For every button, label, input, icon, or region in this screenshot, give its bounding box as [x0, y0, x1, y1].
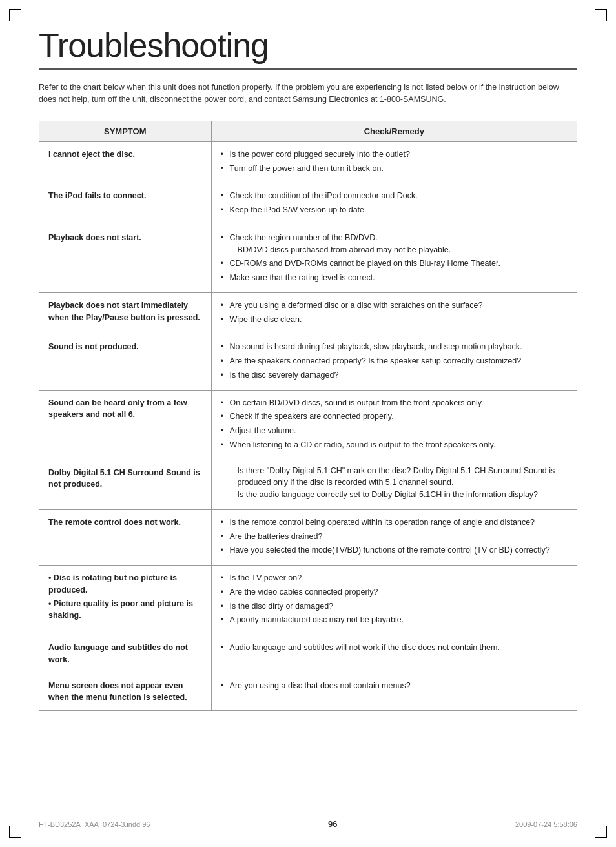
remedy-item: On certain BD/DVD discs, sound is output…: [221, 397, 568, 409]
remedy-item: When listening to a CD or radio, sound i…: [221, 439, 568, 451]
symptom-cell: Dolby Digital 5.1 CH Surround Sound is n…: [39, 460, 212, 509]
remedy-item: No sound is heard during fast playback, …: [221, 341, 568, 353]
page-title: Troubleshooting: [39, 26, 577, 70]
remedy-item: Are you using a deformed disc or a disc …: [221, 300, 568, 312]
remedy-item: Is there "Dolby Digital 5.1 CH" mark on …: [221, 465, 568, 489]
remedy-cell: Check the condition of the iPod connecto…: [211, 183, 577, 225]
corner-mark-br: [595, 826, 607, 838]
remedy-item: BD/DVD discs purchased from abroad may n…: [221, 244, 568, 256]
remedy-item: A poorly manufactured disc may not be pl…: [221, 614, 568, 626]
remedy-item: Is the audio language correctly set to D…: [221, 489, 568, 501]
remedy-item: Are the speakers connected properly? Is …: [221, 355, 568, 367]
remedy-item: Check if the speakers are connected prop…: [221, 411, 568, 423]
table-row: Sound is not produced.No sound is heard …: [39, 334, 577, 390]
remedy-item: Is the power cord plugged securely into …: [221, 148, 568, 161]
remedy-cell: No sound is heard during fast playback, …: [211, 334, 577, 390]
table-row: Sound can be heard only from a few speak…: [39, 390, 577, 460]
table-row: The iPod fails to connect.Check the cond…: [39, 183, 577, 225]
table-row: Playback does not start.Check the region…: [39, 225, 577, 292]
col-symptom-header: SYMPTOM: [39, 121, 212, 141]
remedy-item: Adjust the volume.: [221, 425, 568, 437]
footer-filename: HT-BD3252A_XAA_0724-3.indd 96: [39, 821, 150, 828]
symptom-cell: The iPod fails to connect.: [39, 183, 212, 225]
table-row: Playback does not start immediately when…: [39, 292, 577, 334]
corner-mark-bl: [9, 826, 21, 838]
page-footer: HT-BD3252A_XAA_0724-3.indd 96 96 2009-07…: [39, 819, 577, 829]
symptom-cell: Playback does not start immediately when…: [39, 292, 212, 334]
symptom-cell: Sound can be heard only from a few speak…: [39, 390, 212, 460]
remedy-item: Turn off the power and then turn it back…: [221, 163, 568, 175]
table-row: Menu screen does not appear even when th…: [39, 673, 577, 711]
remedy-cell: Is there "Dolby Digital 5.1 CH" mark on …: [211, 460, 577, 509]
remedy-item: CD-ROMs and DVD-ROMs cannot be played on…: [221, 258, 568, 270]
symptom-cell: Menu screen does not appear even when th…: [39, 673, 212, 711]
table-row: I cannot eject the disc.Is the power cor…: [39, 141, 577, 183]
remedy-item: Are you using a disc that does not conta…: [221, 680, 568, 692]
symptom-cell: Audio language and subtitles do not work…: [39, 635, 212, 673]
symptom-cell: The remote control does not work.: [39, 509, 212, 565]
table-row: • Disc is rotating but no picture is pro…: [39, 566, 577, 635]
remedy-item: Audio language and subtitles will not wo…: [221, 642, 568, 654]
remedy-item: Is the disc dirty or damaged?: [221, 600, 568, 613]
remedy-item: Have you selected the mode(TV/BD) functi…: [221, 544, 568, 556]
corner-mark-tl: [9, 9, 21, 21]
remedy-cell: Is the TV power on?Are the video cables …: [211, 566, 577, 635]
symptom-cell: Playback does not start.: [39, 225, 212, 292]
remedy-cell: Is the remote control being operated wit…: [211, 509, 577, 565]
remedy-item: Make sure that the rating level is corre…: [221, 272, 568, 284]
symptom-cell: Sound is not produced.: [39, 334, 212, 390]
page-number: 96: [328, 819, 337, 829]
remedy-item: Check the condition of the iPod connecto…: [221, 190, 568, 202]
remedy-item: Are the batteries drained?: [221, 531, 568, 543]
remedy-item: Is the TV power on?: [221, 572, 568, 584]
symptom-cell: • Disc is rotating but no picture is pro…: [39, 566, 212, 635]
table-row: The remote control does not work.Is the …: [39, 509, 577, 565]
corner-mark-tr: [595, 9, 607, 21]
remedy-item: Check the region number of the BD/DVD.: [221, 232, 568, 244]
remedy-cell: On certain BD/DVD discs, sound is output…: [211, 390, 577, 460]
remedy-item: Keep the iPod S/W version up to date.: [221, 204, 568, 216]
remedy-cell: Audio language and subtitles will not wo…: [211, 635, 577, 673]
remedy-item: Are the video cables connected properly?: [221, 586, 568, 598]
remedy-cell: Are you using a deformed disc or a disc …: [211, 292, 577, 334]
table-row: Dolby Digital 5.1 CH Surround Sound is n…: [39, 460, 577, 509]
remedy-cell: Is the power cord plugged securely into …: [211, 141, 577, 183]
footer-timestamp: 2009-07-24 5:58:06: [515, 821, 577, 828]
symptom-cell: I cannot eject the disc.: [39, 141, 212, 183]
table-row: Audio language and subtitles do not work…: [39, 635, 577, 673]
intro-paragraph: Refer to the chart below when this unit …: [39, 81, 577, 107]
remedy-item: Is the remote control being operated wit…: [221, 516, 568, 529]
troubleshooting-table: SYMPTOM Check/Remedy I cannot eject the …: [39, 121, 577, 711]
remedy-cell: Check the region number of the BD/DVD.BD…: [211, 225, 577, 292]
col-remedy-header: Check/Remedy: [211, 121, 577, 141]
remedy-cell: Are you using a disc that does not conta…: [211, 673, 577, 711]
remedy-item: Wipe the disc clean.: [221, 314, 568, 326]
remedy-item: Is the disc severely damaged?: [221, 369, 568, 382]
